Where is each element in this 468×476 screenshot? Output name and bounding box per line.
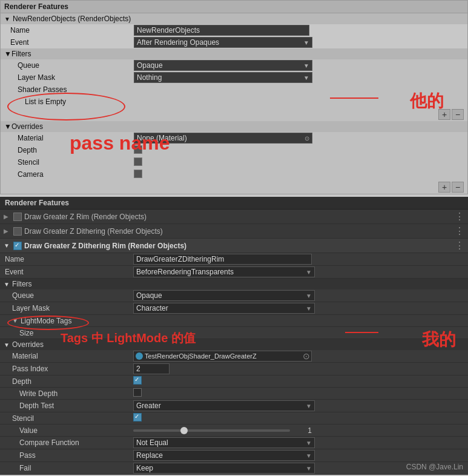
queue-dropdown[interactable]: Opaque ▼ [134, 60, 312, 71]
event-label: Event [1, 38, 134, 47]
dark-lightmode-label: ▼ LightMode Tags [0, 317, 133, 325]
arrow-line-top [330, 98, 378, 99]
top-panel-header: Renderer Features [1, 1, 467, 13]
remove-shader-pass-btn[interactable]: − [452, 109, 464, 120]
dots-icon-3[interactable]: ⋮ [455, 240, 464, 251]
tags-annotation: Tags 中 LightMode 的值 [61, 330, 196, 346]
toggle-2[interactable] [13, 227, 22, 236]
overrides-foldout[interactable]: ▼ Overrides [1, 121, 467, 132]
dark-pass-value: Replace ▼ [133, 450, 468, 461]
stencil-checked[interactable] [133, 413, 142, 421]
add-override-btn[interactable]: + [438, 182, 450, 193]
layer-mask-dropdown[interactable]: Nothing ▼ [134, 72, 312, 83]
event-dropdown[interactable]: After Rendering Opaques ▼ [134, 37, 312, 48]
dark-pass-row: Pass Replace ▼ [0, 449, 468, 462]
section-arrow: ▼ [4, 16, 10, 22]
stencil-row: Stencil [1, 156, 467, 168]
feature-label-1: Draw Greater Z Rim (Render Objects) [24, 213, 147, 221]
stencil-checkbox-box[interactable] [134, 157, 142, 166]
dark-stencil-label: Stencil [0, 414, 133, 423]
render-objects-section[interactable]: ▼ NewRenderObjects (RenderObjects) [1, 13, 467, 24]
stencil-label: Stencil [1, 158, 134, 167]
dark-depth-test-row: Depth Test Greater ▼ [0, 400, 468, 412]
shader-passes-buttons: + − [1, 108, 467, 121]
dark-name-input[interactable]: DrawGreaterZDitheringRim [133, 254, 312, 265]
dark-pass-dropdown[interactable]: Replace ▼ [133, 450, 315, 461]
camera-checkbox [134, 170, 467, 180]
dark-lightmode-row[interactable]: ▼ LightMode Tags [0, 315, 468, 327]
slider-track[interactable] [133, 429, 290, 432]
event-value: After Rendering Opaques ▼ [134, 37, 467, 48]
dark-name-label: Name [0, 255, 133, 263]
overrides-buttons: + − [1, 180, 467, 194]
dark-value-row: Value 1 [0, 425, 468, 437]
lightmode-arrow: ▼ [12, 317, 18, 324]
dark-pass-label: Pass [0, 451, 133, 460]
dark-queue-value: Opaque ▼ [133, 290, 468, 301]
dark-fail-label: Fail [0, 464, 133, 472]
dark-event-value: BeforeRenderingTransparents ▼ [133, 266, 468, 277]
dark-depth-test-value: Greater ▼ [133, 400, 468, 411]
dots-icon-1[interactable]: ⋮ [455, 211, 464, 222]
dark-compare-fn-arrow: ▼ [306, 440, 312, 446]
dark-name-value: DrawGreaterZDitheringRim [133, 254, 468, 265]
dark-depth-checkbox [133, 376, 468, 386]
dark-queue-arrow: ▼ [306, 293, 312, 299]
material-dot-icon [136, 352, 143, 360]
dark-layer-mask-dropdown[interactable]: Character ▼ [133, 303, 315, 314]
remove-override-btn[interactable]: − [452, 182, 464, 193]
layer-mask-row: Layer Mask Nothing ▼ [1, 71, 467, 84]
depth-checked[interactable] [133, 376, 142, 385]
dark-event-dropdown[interactable]: BeforeRenderingTransparents ▼ [133, 266, 315, 277]
dark-compare-fn-label: Compare Function [0, 438, 133, 447]
material-pick-icon[interactable]: ⊙ [302, 351, 311, 361]
dark-stencil-row: Stencil [0, 412, 468, 425]
dropdown-arrow: ▼ [303, 39, 309, 46]
dark-material-input[interactable]: TestRenderObjShader_DrawGreaterZ ⊙ [133, 351, 312, 362]
dark-queue-row: Queue Opaque ▼ [0, 289, 468, 302]
toggle-1[interactable] [13, 213, 22, 221]
name-input[interactable]: NewRenderObjects [134, 25, 309, 36]
feature-label-3: Draw Greater Z Dithering Rim (Render Obj… [24, 242, 186, 250]
dark-layer-mask-label: Layer Mask [0, 304, 133, 312]
shader-passes-row: Shader Passes [1, 84, 467, 96]
expand-icon-3: ▼ [4, 242, 11, 249]
write-depth-unchecked[interactable] [133, 388, 142, 397]
dark-pass-index-value: 2 [133, 363, 468, 374]
depth-checkbox [134, 145, 467, 156]
dark-compare-fn-dropdown[interactable]: Not Equal ▼ [133, 437, 315, 448]
arrow-line-bottom [345, 332, 378, 333]
slider-container: 1 [133, 426, 312, 435]
dark-fail-dropdown[interactable]: Keep ▼ [133, 463, 315, 474]
dark-depth-test-label: Depth Test [0, 402, 133, 410]
dark-pass-arrow: ▼ [306, 452, 312, 459]
dots-icon-2[interactable]: ⋮ [455, 225, 464, 237]
dark-material-value: TestRenderObjShader_DrawGreaterZ ⊙ [133, 351, 468, 362]
dark-queue-dropdown[interactable]: Opaque ▼ [133, 290, 315, 301]
feature-item-1[interactable]: ▶ Draw Greater Z Rim (Render Objects) ⋮ [0, 210, 468, 224]
dark-stencil-checkbox [133, 413, 468, 423]
dark-write-depth-checkbox [133, 388, 468, 398]
dark-write-depth-row: Write Depth [0, 388, 468, 400]
dark-event-row: Event BeforeRenderingTransparents ▼ [0, 266, 468, 279]
toggle-3[interactable] [13, 242, 22, 250]
camera-label: Camera [1, 170, 134, 179]
event-row: Event After Rendering Opaques ▼ [1, 36, 467, 48]
slider-thumb[interactable] [180, 427, 188, 434]
pass-index-input[interactable]: 2 [133, 363, 170, 374]
name-value: NewRenderObjects [134, 25, 467, 36]
passname-annotation: pass name [70, 132, 170, 154]
dark-depth-test-dropdown[interactable]: Greater ▼ [133, 400, 315, 411]
list-empty-row: List is Empty [1, 96, 467, 108]
camera-checkbox-box[interactable] [134, 170, 142, 178]
dark-name-row: Name DrawGreaterZDitheringRim [0, 253, 468, 266]
dark-compare-fn-value: Not Equal ▼ [133, 437, 468, 448]
slider-value-text: 1 [294, 426, 312, 435]
name-label: Name [1, 26, 134, 35]
filters-foldout[interactable]: ▼ Filters [1, 48, 467, 59]
feature-item-2[interactable]: ▶ Draw Greater Z Dithering (Render Objec… [0, 224, 468, 239]
dropdown-arrow-mat: ⊙ [305, 135, 309, 142]
feature-item-3[interactable]: ▼ Draw Greater Z Dithering Rim (Render O… [0, 239, 468, 253]
feature-label-2: Draw Greater Z Dithering (Render Objects… [24, 227, 163, 236]
dark-filters-foldout[interactable]: ▼ Filters [0, 279, 468, 289]
